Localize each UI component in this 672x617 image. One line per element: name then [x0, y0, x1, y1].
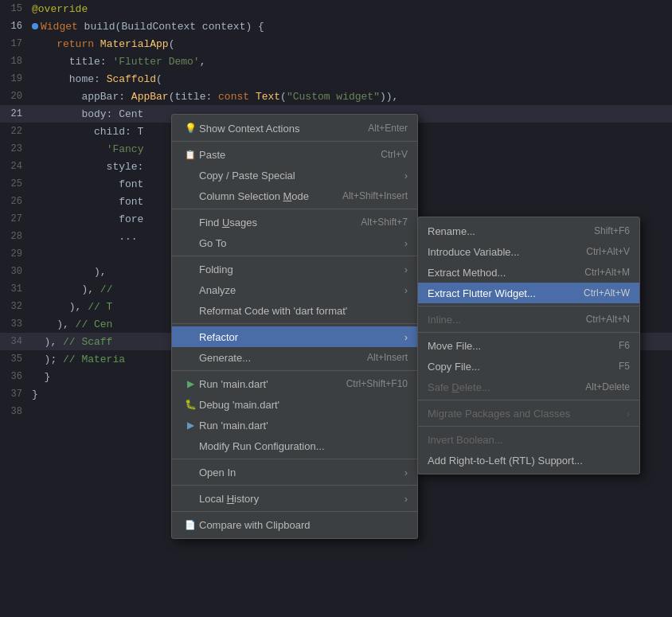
- code-line-20: 20 appBar: AppBar(title: const Text("Cus…: [0, 88, 672, 105]
- local-history-arrow-icon: ›: [404, 493, 408, 505]
- menu-shortcut-generate: Alt+Insert: [367, 352, 408, 363]
- compare-clipboard-icon: 📄: [182, 520, 199, 530]
- menu-item-analyze[interactable]: Analyze ›: [172, 279, 417, 300]
- menu-separator-7: [172, 485, 417, 486]
- submenu-item-rename[interactable]: Rename... Shift+F6: [418, 221, 639, 241]
- menu-item-local-history[interactable]: Local History ›: [172, 488, 417, 509]
- menu-item-column-selection[interactable]: Column Selection Mode Alt+Shift+Insert: [172, 185, 417, 206]
- submenu-shortcut-introduce-variable: Ctrl+Alt+V: [586, 246, 630, 257]
- menu-label-open-in: Open In: [199, 467, 398, 478]
- submenu-shortcut-extract-flutter-widget: Ctrl+Alt+W: [584, 287, 630, 299]
- submenu-separator-2: [418, 332, 639, 333]
- run-icon: ▶: [182, 378, 199, 389]
- submenu-shortcut-extract-method: Ctrl+Alt+M: [584, 267, 630, 278]
- menu-label-analyze: Analyze: [199, 284, 398, 296]
- paste-icon: 📋: [182, 150, 199, 160]
- code-line-19: 19 home: Scaffold(: [0, 70, 672, 88]
- context-menu: 💡 Show Context Actions Alt+Enter 📋 Paste…: [171, 114, 418, 539]
- submenu-label-move-file: Move File...: [428, 340, 603, 352]
- copy-paste-arrow-icon: ›: [404, 170, 408, 182]
- migrate-packages-arrow-icon: ›: [627, 408, 630, 420]
- folding-arrow-icon: ›: [404, 264, 408, 275]
- menu-item-go-to[interactable]: Go To ›: [172, 232, 417, 253]
- submenu-item-extract-flutter-widget[interactable]: Extract Flutter Widget... Ctrl+Alt+W: [418, 283, 639, 303]
- submenu-label-extract-flutter-widget: Extract Flutter Widget...: [428, 287, 568, 299]
- menu-separator-8: [172, 511, 417, 512]
- menu-item-debug-main[interactable]: 🐛 Debug 'main.dart': [172, 394, 417, 415]
- menu-shortcut-run-main: Ctrl+Shift+F10: [346, 378, 408, 389]
- refactor-submenu: Rename... Shift+F6 Introduce Variable...…: [417, 217, 640, 474]
- submenu-item-introduce-variable[interactable]: Introduce Variable... Ctrl+Alt+V: [418, 241, 639, 262]
- submenu-label-safe-delete: Safe Delete...: [428, 381, 569, 393]
- menu-item-reformat-code[interactable]: Reformat Code with 'dart format': [172, 300, 417, 321]
- submenu-label-add-rtl: Add Right-to-Left (RTL) Support...: [428, 455, 630, 467]
- menu-label-generate: Generate...: [199, 352, 351, 364]
- submenu-shortcut-move-file: F6: [619, 340, 630, 351]
- menu-item-compare-clipboard[interactable]: 📄 Compare with Clipboard: [172, 514, 417, 535]
- run2-icon: ▶: [182, 420, 199, 431]
- menu-item-find-usages[interactable]: Find Usages Alt+Shift+7: [172, 212, 417, 232]
- menu-separator-2: [172, 209, 417, 209]
- submenu-item-migrate-packages: Migrate Packages and Classes ›: [418, 403, 639, 424]
- context-actions-icon: 💡: [182, 123, 199, 134]
- submenu-label-copy-file: Copy File...: [428, 361, 603, 373]
- menu-label-go-to: Go To: [199, 237, 398, 249]
- submenu-shortcut-inline: Ctrl+Alt+N: [586, 314, 630, 325]
- menu-label-folding: Folding: [199, 264, 398, 275]
- submenu-label-invert-boolean: Invert Boolean...: [428, 434, 630, 446]
- submenu-label-extract-method: Extract Method...: [428, 267, 568, 279]
- submenu-shortcut-rename: Shift+F6: [594, 225, 630, 236]
- menu-item-open-in[interactable]: Open In ›: [172, 462, 417, 482]
- code-line-17: 17 return MaterialApp(: [0, 35, 672, 53]
- menu-label-copy-paste-special: Copy / Paste Special: [199, 170, 398, 182]
- menu-shortcut-find-usages: Alt+Shift+7: [361, 217, 408, 228]
- menu-item-copy-paste-special[interactable]: Copy / Paste Special ›: [172, 165, 417, 185]
- menu-item-folding[interactable]: Folding ›: [172, 259, 417, 279]
- menu-label-show-context-actions: Show Context Actions: [199, 123, 352, 135]
- menu-label-run-main: Run 'main.dart': [199, 378, 330, 390]
- menu-item-paste[interactable]: 📋 Paste Ctrl+V: [172, 144, 417, 165]
- open-in-arrow-icon: ›: [404, 467, 408, 478]
- menu-separator-5: [172, 370, 417, 371]
- menu-separator-4: [172, 323, 417, 324]
- menu-label-local-history: Local History: [199, 493, 398, 505]
- submenu-shortcut-safe-delete: Alt+Delete: [585, 381, 630, 392]
- menu-item-run-main2[interactable]: ▶ Run 'main.dart': [172, 415, 417, 435]
- submenu-item-invert-boolean: Invert Boolean...: [418, 429, 639, 450]
- menu-shortcut-column-selection: Alt+Shift+Insert: [342, 190, 408, 201]
- submenu-separator-3: [418, 400, 639, 400]
- submenu-item-extract-method[interactable]: Extract Method... Ctrl+Alt+M: [418, 262, 639, 283]
- go-to-arrow-icon: ›: [404, 237, 408, 249]
- menu-item-show-context-actions[interactable]: 💡 Show Context Actions Alt+Enter: [172, 118, 417, 139]
- submenu-label-rename: Rename...: [428, 225, 578, 237]
- submenu-item-copy-file[interactable]: Copy File... F5: [418, 356, 639, 377]
- analyze-arrow-icon: ›: [404, 284, 408, 296]
- code-line-15: 15 @override: [0, 0, 672, 18]
- menu-label-modify-run: Modify Run Configuration...: [199, 440, 408, 452]
- submenu-item-inline: Inline... Ctrl+Alt+N: [418, 309, 639, 330]
- menu-shortcut-show-context-actions: Alt+Enter: [368, 123, 408, 134]
- submenu-shortcut-copy-file: F5: [619, 361, 630, 372]
- menu-item-run-main[interactable]: ▶ Run 'main.dart' Ctrl+Shift+F10: [172, 373, 417, 394]
- refactor-arrow-icon: ›: [404, 331, 408, 343]
- submenu-separator-1: [418, 306, 639, 307]
- submenu-label-inline: Inline...: [428, 314, 570, 326]
- menu-separator-1: [172, 141, 417, 142]
- submenu-label-migrate-packages: Migrate Packages and Classes: [428, 408, 627, 420]
- menu-label-reformat-code: Reformat Code with 'dart format': [199, 305, 408, 317]
- menu-label-run-main2: Run 'main.dart': [199, 420, 408, 432]
- code-line-18: 18 title: 'Flutter Demo',: [0, 53, 672, 70]
- menu-item-refactor[interactable]: Refactor ›: [172, 326, 417, 347]
- menu-shortcut-paste: Ctrl+V: [381, 149, 408, 160]
- menu-label-debug-main: Debug 'main.dart': [199, 399, 408, 411]
- menu-separator-3: [172, 256, 417, 256]
- menu-label-column-selection: Column Selection Mode: [199, 190, 326, 202]
- menu-item-generate[interactable]: Generate... Alt+Insert: [172, 347, 417, 368]
- menu-item-modify-run[interactable]: Modify Run Configuration...: [172, 435, 417, 456]
- menu-label-find-usages: Find Usages: [199, 217, 345, 228]
- submenu-item-safe-delete: Safe Delete... Alt+Delete: [418, 377, 639, 397]
- submenu-item-add-rtl[interactable]: Add Right-to-Left (RTL) Support...: [418, 450, 639, 471]
- menu-label-refactor: Refactor: [199, 331, 398, 343]
- submenu-item-move-file[interactable]: Move File... F6: [418, 335, 639, 356]
- debug-icon: 🐛: [182, 399, 199, 410]
